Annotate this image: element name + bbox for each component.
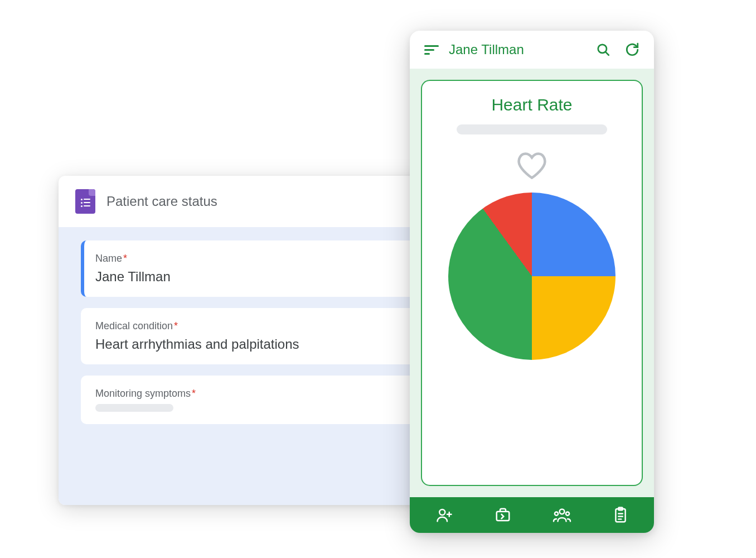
heart-rate-title: Heart Rate xyxy=(491,95,572,114)
mobile-header: Jane Tillman xyxy=(410,31,654,69)
svg-point-7 xyxy=(555,512,558,515)
field-label-text: Monitoring symptoms xyxy=(95,388,191,399)
sort-icon[interactable] xyxy=(424,45,439,55)
form-field-monitoring-symptoms[interactable]: Monitoring symptoms* xyxy=(81,376,453,424)
field-label-text: Name xyxy=(95,253,122,264)
name-input-value[interactable]: Jane Tillman xyxy=(95,269,439,285)
mobile-body: Heart Rate xyxy=(410,69,654,497)
required-asterisk: * xyxy=(174,320,178,331)
medical-condition-input-value[interactable]: Heart arrhythmias and palpitations xyxy=(95,336,439,352)
mobile-tabbar xyxy=(410,497,654,533)
required-asterisk: * xyxy=(123,253,127,264)
heart-rate-subtitle-placeholder xyxy=(457,124,607,134)
patient-name-heading: Jane Tillman xyxy=(449,42,586,57)
group-icon[interactable] xyxy=(551,507,573,523)
svg-point-2 xyxy=(440,509,445,515)
field-label: Monitoring symptoms* xyxy=(95,388,439,400)
briefcase-icon[interactable] xyxy=(493,507,512,523)
form-title: Patient care status xyxy=(106,194,217,209)
field-label: Medical condition* xyxy=(95,320,439,332)
field-label: Name* xyxy=(95,253,439,264)
svg-point-8 xyxy=(566,512,569,515)
symptoms-input-placeholder[interactable] xyxy=(95,404,173,412)
required-asterisk: * xyxy=(192,388,196,399)
svg-line-1 xyxy=(605,52,609,55)
refresh-icon[interactable] xyxy=(625,42,639,57)
search-icon[interactable] xyxy=(596,42,610,57)
field-label-text: Medical condition xyxy=(95,320,173,331)
svg-point-6 xyxy=(560,509,565,514)
clipboard-icon[interactable] xyxy=(612,506,629,524)
heart-icon xyxy=(516,151,547,181)
mobile-app-panel: Jane Tillman Heart Rate xyxy=(410,31,654,533)
add-person-icon[interactable] xyxy=(435,507,454,523)
form-field-name[interactable]: Name* Jane Tillman xyxy=(81,240,453,297)
form-field-medical-condition[interactable]: Medical condition* Heart arrhythmias and… xyxy=(81,308,453,364)
google-forms-icon xyxy=(75,189,95,214)
heart-rate-pie-chart xyxy=(448,193,616,360)
heart-rate-card: Heart Rate xyxy=(421,80,643,486)
